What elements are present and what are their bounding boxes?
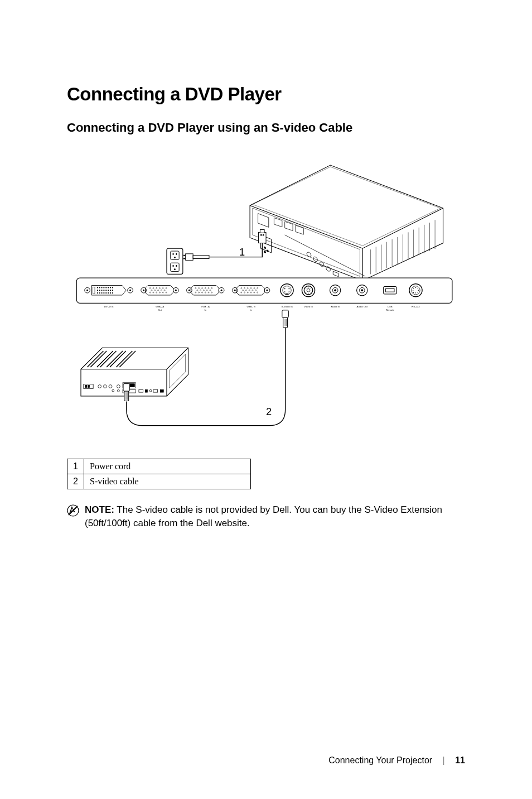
svg-rect-30 xyxy=(103,287,104,288)
port-label-vga-a-in-1: VGA - A xyxy=(201,305,210,308)
svg-rect-186 xyxy=(183,258,186,259)
dvd-player-illustration xyxy=(81,348,188,396)
svg-point-75 xyxy=(188,290,190,291)
port-label-vga-a-out-2: Out xyxy=(158,309,162,311)
svg-point-145 xyxy=(413,290,414,291)
note-block: NOTE: The S-video cable is not provided … xyxy=(67,503,465,530)
port-label-vga-b-in-1: VGA - B xyxy=(246,305,255,308)
svg-rect-39 xyxy=(105,290,107,291)
svg-rect-44 xyxy=(99,292,100,293)
legend-label-2: S-video cable xyxy=(84,474,251,489)
svg-point-96 xyxy=(234,290,236,291)
svg-rect-176 xyxy=(171,251,179,259)
footer-page-number: 11 xyxy=(455,755,465,765)
svg-rect-182 xyxy=(176,265,177,267)
svg-rect-180 xyxy=(171,263,179,271)
svg-point-137 xyxy=(361,289,363,291)
port-label-vga-b-in-2: In xyxy=(250,309,252,311)
svg-rect-48 xyxy=(108,292,109,293)
svg-point-94 xyxy=(221,290,223,291)
svg-point-20 xyxy=(264,246,266,249)
svg-rect-188 xyxy=(259,232,266,243)
connection-diagram: DVI-D In VGA - A Out xyxy=(67,146,465,442)
svg-line-204 xyxy=(69,506,78,515)
footer-divider: | xyxy=(443,755,445,765)
svg-rect-42 xyxy=(112,290,113,291)
legend-num-2: 2 xyxy=(67,474,84,489)
note-text: NOTE: The S-video cable is not provided … xyxy=(85,503,465,530)
svg-rect-166 xyxy=(160,389,163,392)
svg-rect-178 xyxy=(176,253,177,255)
legend-row-1: 1 Power cord xyxy=(67,459,251,474)
svg-rect-37 xyxy=(101,290,103,291)
svg-point-52 xyxy=(129,290,131,291)
svg-rect-151 xyxy=(85,386,87,388)
svg-rect-118 xyxy=(286,293,289,295)
page-footer: Connecting Your Projector | 11 xyxy=(328,755,465,766)
callout-2: 2 xyxy=(266,406,272,417)
svg-rect-189 xyxy=(260,230,264,233)
legend-label-1: Power cord xyxy=(84,459,251,474)
svg-point-22 xyxy=(267,249,269,252)
svg-rect-185 xyxy=(183,255,186,256)
svg-point-25 xyxy=(86,290,88,291)
svg-point-144 xyxy=(418,288,419,289)
svg-rect-35 xyxy=(97,290,98,291)
svg-rect-47 xyxy=(105,292,107,293)
svg-point-142 xyxy=(413,288,414,289)
note-icon xyxy=(67,503,79,521)
svg-rect-29 xyxy=(101,287,103,288)
svg-point-119 xyxy=(284,288,286,289)
svg-rect-40 xyxy=(108,290,109,291)
svg-rect-32 xyxy=(108,287,109,288)
svg-point-115 xyxy=(266,290,268,291)
svg-rect-193 xyxy=(282,310,289,317)
svg-rect-198 xyxy=(123,384,130,391)
port-label-usb-1: USB xyxy=(388,305,393,308)
svg-rect-31 xyxy=(105,287,107,288)
wall-outlet xyxy=(167,248,183,274)
sub-heading: Connecting a DVD Player using an S-video… xyxy=(67,121,465,135)
svg-rect-28 xyxy=(99,287,100,288)
svg-point-54 xyxy=(143,290,144,291)
port-label-audio-out: Audio Out xyxy=(357,305,368,308)
svg-rect-43 xyxy=(97,292,98,293)
svg-rect-177 xyxy=(173,253,174,255)
svg-point-146 xyxy=(418,290,419,291)
note-body: The S-video cable is not provided by Del… xyxy=(85,504,442,528)
port-label-dvi: DVI-D In xyxy=(104,305,114,308)
svg-rect-27 xyxy=(97,287,98,288)
svg-rect-34 xyxy=(112,287,113,288)
port-label-video: Video In xyxy=(304,305,313,308)
svg-point-73 xyxy=(175,290,177,291)
svg-rect-163 xyxy=(145,389,147,392)
legend-num-1: 1 xyxy=(67,459,84,474)
svg-point-190 xyxy=(260,234,262,236)
svg-rect-184 xyxy=(186,254,193,261)
svg-rect-181 xyxy=(173,265,174,267)
port-label-audio-in: Audio In xyxy=(331,305,340,308)
legend-row-2: 2 S-video cable xyxy=(67,474,251,489)
svg-rect-33 xyxy=(110,287,111,288)
callout-1: 1 xyxy=(239,246,245,258)
svg-rect-152 xyxy=(88,386,90,388)
footer-section: Connecting Your Projector xyxy=(328,755,432,765)
svg-point-148 xyxy=(415,292,417,293)
svg-rect-45 xyxy=(101,292,103,293)
svg-point-122 xyxy=(288,291,289,292)
svg-rect-50 xyxy=(112,292,113,293)
svg-point-149 xyxy=(418,292,419,293)
svg-point-134 xyxy=(334,289,336,291)
svg-rect-187 xyxy=(193,256,209,259)
svg-point-147 xyxy=(413,292,414,293)
svg-point-120 xyxy=(288,288,289,289)
legend-table: 1 Power cord 2 S-video cable xyxy=(67,459,251,489)
projector-illustration xyxy=(250,165,443,284)
connector-panel: DVI-D In VGA - A Out xyxy=(76,278,452,311)
port-label-vga-a-out-1: VGA - A xyxy=(156,305,165,308)
svg-rect-49 xyxy=(110,292,111,293)
svg-point-183 xyxy=(174,268,176,270)
port-label-vga-a-in-2: In xyxy=(204,309,206,311)
svg-point-143 xyxy=(415,287,417,288)
svg-rect-36 xyxy=(99,290,100,291)
